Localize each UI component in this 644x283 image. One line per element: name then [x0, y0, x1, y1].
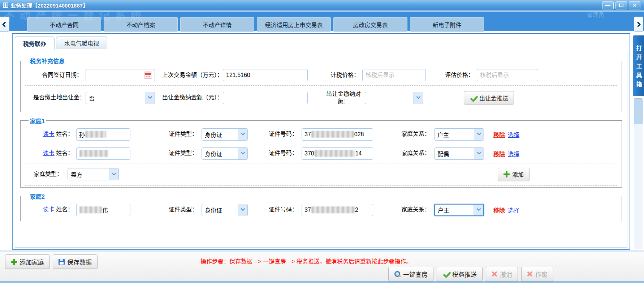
- one-key-check-house-button[interactable]: 一键查房: [388, 267, 433, 281]
- tab-scroll-left-button[interactable]: [0, 17, 9, 32]
- cert-no-field[interactable]: 37028: [302, 128, 373, 141]
- relation-select[interactable]: 配偶: [434, 147, 484, 160]
- contract-date-field[interactable]: [86, 69, 155, 81]
- relation-label: 家庭关系：: [400, 206, 431, 214]
- remove-member-link[interactable]: 移除: [493, 149, 505, 158]
- cert-no-field[interactable]: 372: [302, 204, 373, 216]
- dropdown-button[interactable]: [413, 92, 423, 104]
- tab-reform-housing-trade[interactable]: 房改房交易表: [333, 17, 407, 32]
- calendar-icon[interactable]: [144, 72, 152, 79]
- last-trade-amount-label: 上次交易金额（万元）：: [162, 72, 223, 79]
- close-button[interactable]: ×: [629, 1, 640, 9]
- undo-button[interactable]: 撤消: [486, 267, 518, 281]
- vertical-scrollbar[interactable]: [634, 98, 643, 249]
- dropdown-button[interactable]: [474, 129, 484, 140]
- redacted-id: [311, 131, 354, 138]
- grant-target-select[interactable]: [365, 92, 423, 104]
- tab-realestate-contract[interactable]: 不动产合同: [27, 17, 101, 32]
- eval-price-field[interactable]: [477, 69, 538, 81]
- tax-push-button[interactable]: 税务推送: [437, 267, 483, 281]
- tab-new-e-attachment[interactable]: 新电子附件: [410, 17, 484, 32]
- save-data-button[interactable]: 保存数据: [53, 254, 98, 269]
- maximize-button[interactable]: [615, 1, 627, 9]
- window-grid-icon: [3, 3, 8, 8]
- cert-type-select[interactable]: 身份证: [202, 147, 248, 160]
- magnifier-icon: [394, 271, 401, 277]
- cert-type-label: 证件类型：: [168, 150, 199, 157]
- bottom-toolbar: 添加家庭 保存数据 操作步骤：保存数据 --> 一键查房 --> 税务推送，撤消…: [0, 252, 644, 281]
- app-window: GIS 不动产统一登记系统 管理员 业务处理【202209140001887】 …: [0, 0, 644, 283]
- chevron-down-icon: [241, 206, 245, 211]
- chevron-down-icon: [477, 131, 481, 136]
- relation-label: 家庭关系：: [400, 150, 431, 157]
- land-grant-select[interactable]: 否: [86, 92, 155, 104]
- remove-member-link[interactable]: 移除: [493, 206, 505, 214]
- dropdown-button[interactable]: [238, 129, 247, 140]
- select-member-link[interactable]: 选择: [508, 206, 519, 214]
- read-card-link[interactable]: 读卡: [43, 206, 55, 213]
- scrollbar-thumb[interactable]: [634, 98, 643, 124]
- redacted-id: [315, 150, 355, 157]
- redacted-name: [79, 206, 102, 213]
- plus-icon: [11, 259, 17, 265]
- tab-realestate-archive[interactable]: 不动产档案: [104, 17, 178, 32]
- cert-type-label: 证件类型：: [168, 130, 199, 138]
- chevron-down-icon: [241, 131, 245, 136]
- dropdown-button[interactable]: [474, 205, 483, 215]
- dropdown-button[interactable]: [238, 204, 247, 216]
- document-tabbar: 不动产合同 不动产档案 不动产详情 经济适用房上市交易表 房改房交易表 新电子附…: [0, 11, 644, 32]
- grant-amount-label: 出让金缴纳金额（元）：: [162, 94, 223, 102]
- grant-push-button[interactable]: 出让金推送: [464, 91, 514, 104]
- row-divider: [25, 185, 617, 186]
- minimize-button[interactable]: [602, 1, 614, 9]
- window-bottom-edge: [0, 281, 644, 283]
- tax-supplement-section: 税务补充信息 合同签订日期： 上次交易金额（万元）： 计税价格： 评估价格： 是…: [20, 56, 622, 112]
- redacted-id: [311, 206, 355, 213]
- add-member-button[interactable]: 添加: [498, 168, 530, 181]
- subtab-utilities[interactable]: 水电气暖电视: [56, 37, 107, 49]
- dropdown-button[interactable]: [474, 148, 484, 159]
- tab-scroll-right-button[interactable]: [634, 17, 643, 32]
- read-card-link[interactable]: 读卡: [43, 131, 55, 137]
- select-member-link[interactable]: 选择: [508, 130, 519, 139]
- open-toolbox-tab[interactable]: 打开工具箱: [633, 35, 644, 96]
- relation-select-focused[interactable]: 户主: [434, 204, 484, 216]
- grant-target-value: [365, 92, 413, 104]
- contract-date-label: 合同签订日期：: [39, 72, 86, 79]
- dropdown-button[interactable]: [145, 92, 155, 104]
- check-icon: [442, 270, 450, 278]
- subtab-tax-joint[interactable]: 税务联办: [15, 37, 55, 50]
- remove-member-link[interactable]: 移除: [493, 130, 505, 139]
- member-name-field[interactable]: 伟: [76, 204, 130, 216]
- tax-price-field[interactable]: [362, 69, 426, 81]
- tax-supplement-legend: 税务补充信息: [29, 56, 66, 65]
- last-trade-amount-field[interactable]: [223, 69, 308, 81]
- member-name-field[interactable]: 孙: [76, 128, 130, 141]
- close-icon: ×: [629, 2, 640, 8]
- cert-no-field[interactable]: 37014: [302, 147, 373, 160]
- chevron-down-icon: [148, 95, 152, 99]
- chevron-down-icon: [416, 95, 421, 99]
- family2-section: 家庭2 读卡 姓名： 伟 证件类型： 身份证 证件号码：: [20, 192, 622, 221]
- dropdown-button[interactable]: [238, 148, 247, 159]
- dropdown-button[interactable]: [109, 168, 118, 180]
- select-member-link[interactable]: 选择: [508, 149, 519, 158]
- relation-select[interactable]: 户主: [434, 128, 484, 141]
- tab-affordable-housing-trade[interactable]: 经济适用房上市交易表: [257, 17, 331, 32]
- family2-legend: 家庭2: [29, 192, 46, 201]
- family-type-select[interactable]: 卖方: [68, 168, 119, 180]
- cert-type-select[interactable]: 身份证: [202, 128, 248, 141]
- grant-amount-field[interactable]: [223, 92, 308, 104]
- tab-realestate-detail[interactable]: 不动产详情: [180, 17, 254, 32]
- read-card-link[interactable]: 读卡: [43, 150, 55, 156]
- family-type-label: 家庭类型：: [31, 171, 65, 178]
- member-name-label: 姓名：: [56, 150, 73, 156]
- add-family-button[interactable]: 添加家庭: [5, 254, 50, 269]
- cert-type-select[interactable]: 身份证: [202, 204, 248, 216]
- tax-form-area: 税务补充信息 合同签订日期： 上次交易金额（万元）： 计税价格： 评估价格： 是…: [15, 52, 627, 248]
- member-name-field[interactable]: [76, 147, 130, 160]
- family2-member-row-1: 读卡 姓名： 伟 证件类型： 身份证 证件号码： 372 家庭关: [24, 201, 618, 219]
- void-button[interactable]: 作废: [521, 267, 553, 281]
- member-name-label: 姓名：: [56, 206, 73, 213]
- eval-price-label: 评估价格：: [442, 72, 477, 79]
